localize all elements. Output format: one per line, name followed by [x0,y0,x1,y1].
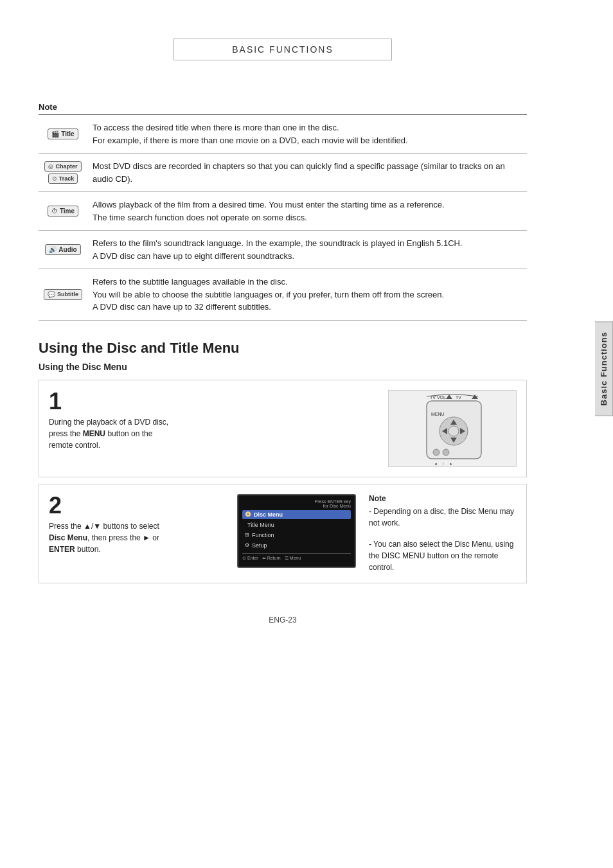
disc-menu-label: Disc Menu [254,511,283,518]
step-2-screen: Press ENTER keyfor Disc Menu 📀 Disc Menu… [237,494,356,568]
step-note-box: Note - Depending on a disc, the Disc Men… [369,494,517,573]
subtitle-icon-cell: 💬 Subtitle [39,269,87,321]
page-number: ENG-23 [39,616,527,624]
table-row: ◎ Chapter ⊙ Track Most DVD discs are rec… [39,154,527,192]
svg-text:MENU: MENU [431,412,445,416]
chapter-track-icon-cell: ◎ Chapter ⊙ Track [39,154,87,192]
step-1-image: TV VOL TV MENU [388,390,517,467]
page-title: Basic Functions [232,44,333,55]
time-icon: ⏱ Time [48,206,78,217]
chapter-track-text: Most DVD discs are recorded in chapters … [87,154,527,192]
subtitle-text: Refers to the subtitle languages availab… [87,269,527,321]
setup-label: Setup [252,542,267,549]
step-1-desc: During the playback of a DVD disc, press… [49,416,177,451]
screen-btn-enter: ⊙ Enter [242,556,258,561]
audio-icon: 🔊 Audio [45,244,80,255]
subtitle-icon: 💬 Subtitle [44,289,82,300]
screen-disc-menu-item[interactable]: 📀 Disc Menu [242,510,351,519]
screen-btn-menu: ☰ Menu [285,556,301,561]
svg-text:TV: TV [456,395,461,400]
screen-setup-item[interactable]: ⚙ Setup [242,541,351,550]
table-row: 🔊 Audio Refers to the film's soundtrack … [39,231,527,269]
note-label: Note [39,102,527,112]
screen-top-label: Press ENTER keyfor Disc Menu [242,499,351,508]
svg-point-12 [433,449,440,456]
svg-marker-2 [446,394,452,399]
page-title-box: Basic Functions [173,39,392,60]
svg-marker-3 [472,394,478,399]
title-text: To access the desired title when there i… [87,115,527,154]
step-note-item-1: - Depending on a disc, the Disc Menu may… [369,506,517,529]
audio-text: Refers to the film's soundtrack language… [87,231,527,269]
side-tab: Basic Functions [595,321,613,416]
audio-icon-cell: 🔊 Audio [39,231,87,269]
screen-title-menu-item[interactable]: Title Menu [242,520,351,529]
step-2-text-area: 2 Press the ▲/▼ buttons to select Disc M… [49,494,224,568]
chapter-icon: ◎ Chapter [44,161,81,172]
title-menu-label: Title Menu [247,522,274,528]
svg-text:◄: ◄ [434,462,438,465]
title-icon-cell: 🎬 Title [39,115,87,154]
step-note-label: Note [369,494,517,503]
time-text: Allows playback of the film from a desir… [87,192,527,231]
step-1-number: 1 [49,390,375,413]
track-icon: ⊙ Track [48,173,78,184]
step-note-item-2: - You can also select the Disc Menu, usi… [369,538,517,573]
function-label: Function [252,532,274,538]
table-row: ⏱ Time Allows playback of the film from … [39,192,527,231]
svg-point-11 [449,426,459,436]
table-row: 💬 Subtitle Refers to the subtitle langua… [39,269,527,321]
svg-text:►: ► [449,462,453,465]
svg-text:/: / [443,462,444,465]
step-1-text-area: 1 During the playback of a DVD disc, pre… [49,390,375,451]
table-row: 🎬 Title To access the desired title when… [39,115,527,154]
time-icon-cell: ⏱ Time [39,192,87,231]
step-2-desc: Press the ▲/▼ buttons to select Disc Men… [49,520,177,555]
screen-btn-return: ⬅ Return [262,556,281,561]
steps-container: 1 During the playback of a DVD disc, pre… [39,380,527,590]
section-heading: Using the Disc and Title Menu [39,340,527,357]
svg-point-13 [443,449,449,456]
step-2-container: 2 Press the ▲/▼ buttons to select Disc M… [39,484,527,583]
step-2-number: 2 [49,494,224,517]
subsection-heading: Using the Disc Menu [39,362,527,372]
title-icon: 🎬 Title [48,128,78,139]
remote-control-svg: TV VOL TV MENU [391,391,513,465]
functions-table: 🎬 Title To access the desired title when… [39,114,527,321]
screen-function-item[interactable]: ⊞ Function [242,531,351,540]
